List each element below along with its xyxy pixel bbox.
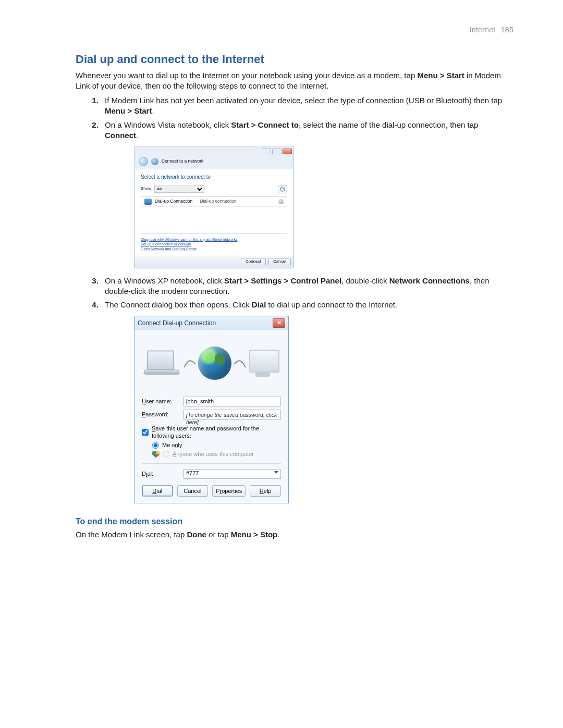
minimize-button[interactable]: [262, 149, 271, 154]
running-header: Internet 185: [76, 25, 513, 35]
password-label: Password:: [142, 411, 178, 418]
section-name: Internet: [470, 26, 496, 34]
username-label: User name:: [142, 398, 178, 405]
username-input[interactable]: [183, 397, 281, 406]
open-network-center-link[interactable]: Open Network and Sharing Center: [141, 246, 287, 251]
dial-label: Dial:: [142, 470, 178, 478]
diagnose-link[interactable]: Diagnose why Windows cannot find any add…: [141, 237, 287, 242]
help-button[interactable]: Help: [250, 485, 281, 497]
save-credentials-checkbox[interactable]: [142, 429, 149, 436]
setup-connection-link[interactable]: Set up a connection or network: [141, 242, 287, 246]
page-number: 185: [501, 26, 513, 34]
end-session-paragraph: On the Modem Link screen, tap Done or ta…: [76, 529, 513, 540]
vista-window: Connect to a network Select a network to…: [134, 146, 294, 268]
vista-titlebar: [134, 146, 293, 155]
modem-icon: [278, 199, 284, 204]
me-only-label: Me only: [162, 441, 182, 449]
maximize-button[interactable]: [272, 149, 282, 154]
show-filter-select[interactable]: All: [154, 186, 204, 193]
intro-paragraph: Whenever you want to dial up to the Inte…: [76, 70, 513, 92]
connection-name: Dial-up Connection: [155, 199, 192, 204]
page-title: Dial up and connect to the Internet: [76, 52, 513, 67]
connection-type: Dial-up connection: [200, 199, 236, 204]
cancel-button[interactable]: Cancel: [268, 258, 291, 265]
laptop-icon: [144, 350, 181, 376]
cable-icon: [183, 358, 197, 368]
connection-illustration: [142, 336, 281, 390]
connection-list[interactable]: Dial-up Connection Dial-up connection: [141, 196, 287, 234]
properties-button[interactable]: Properties: [212, 485, 246, 497]
back-icon[interactable]: [139, 157, 148, 166]
chevron-down-icon: [274, 471, 278, 474]
dialog-title: Connect Dial-up Connection: [138, 319, 216, 327]
me-only-radio[interactable]: [152, 442, 159, 449]
vista-prompt: Select a network to connect to: [141, 174, 287, 181]
show-label: Show: [141, 186, 151, 192]
save-credentials-label: Save this user name and password for the…: [152, 425, 281, 440]
shield-icon: [152, 451, 160, 458]
step-1: If Modem Link has not yet been activated…: [101, 95, 513, 117]
figure-vista-connect: Connect to a network Select a network to…: [134, 146, 513, 268]
close-button[interactable]: [283, 149, 292, 154]
refresh-icon[interactable]: [278, 185, 287, 193]
globe-icon: [151, 158, 158, 165]
list-item[interactable]: Dial-up Connection Dial-up connection: [141, 197, 287, 207]
xp-connect-dialog: Connect Dial-up Connection ✕: [134, 316, 289, 503]
step-4: The Connect dialog box then opens. Click…: [101, 300, 513, 503]
dial-select[interactable]: #777: [183, 469, 281, 479]
vista-window-title: Connect to a network: [162, 158, 203, 164]
connection-icon: [144, 199, 152, 205]
step-3: On a Windows XP notebook, click Start > …: [101, 276, 513, 297]
anyone-label: Anyone who uses this computer: [173, 450, 254, 458]
end-session-heading: To end the modem session: [76, 516, 513, 527]
cable-icon: [233, 358, 247, 368]
close-icon[interactable]: ✕: [273, 318, 285, 328]
dial-button[interactable]: Dial: [142, 485, 173, 497]
step-2: On a Windows Vista notebook, click Start…: [101, 120, 513, 268]
password-input[interactable]: [To change the saved password, click her…: [183, 410, 281, 419]
anyone-radio: [163, 451, 169, 458]
connect-button[interactable]: Connect: [241, 258, 266, 265]
monitor-icon: [248, 350, 279, 377]
globe-icon: [198, 347, 231, 380]
figure-xp-connect: Connect Dial-up Connection ✕: [134, 316, 513, 503]
cancel-button[interactable]: Cancel: [177, 485, 209, 497]
